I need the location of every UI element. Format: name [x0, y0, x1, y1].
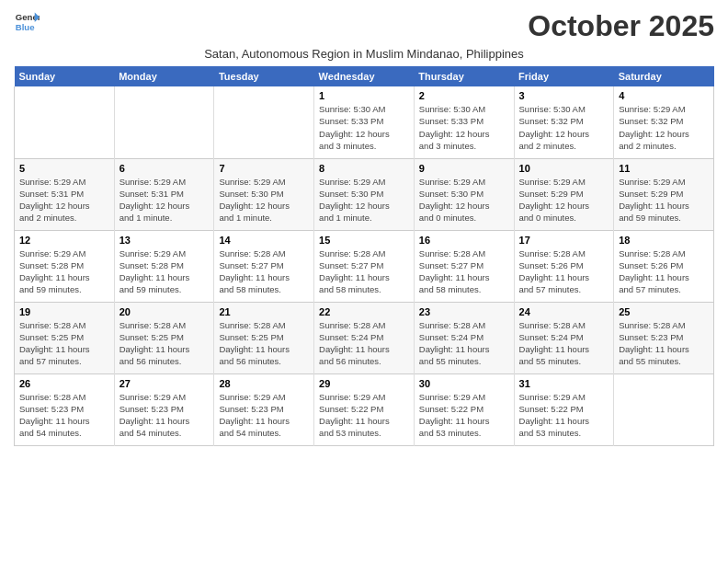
column-header-saturday: Saturday — [614, 66, 714, 86]
day-info: Sunrise: 5:28 AM Sunset: 5:25 PM Dayligh… — [19, 319, 109, 368]
day-number: 1 — [319, 90, 409, 101]
svg-text:Blue: Blue — [16, 22, 35, 32]
day-number: 6 — [119, 163, 210, 174]
calendar-cell: 5Sunrise: 5:29 AM Sunset: 5:31 PM Daylig… — [15, 158, 115, 230]
calendar-cell: 2Sunrise: 5:30 AM Sunset: 5:33 PM Daylig… — [414, 86, 514, 158]
month-title: October 2025 — [528, 9, 714, 43]
calendar-cell — [214, 86, 314, 158]
calendar-cell: 21Sunrise: 5:28 AM Sunset: 5:25 PM Dayli… — [214, 302, 314, 373]
day-number: 22 — [319, 306, 409, 317]
day-number: 12 — [19, 235, 109, 246]
calendar-cell: 29Sunrise: 5:29 AM Sunset: 5:22 PM Dayli… — [314, 373, 415, 445]
day-info: Sunrise: 5:29 AM Sunset: 5:28 PM Dayligh… — [19, 247, 109, 296]
calendar-cell: 11Sunrise: 5:29 AM Sunset: 5:29 PM Dayli… — [614, 158, 714, 230]
calendar-cell: 18Sunrise: 5:28 AM Sunset: 5:26 PM Dayli… — [614, 230, 714, 302]
column-header-friday: Friday — [514, 66, 614, 86]
day-number: 28 — [219, 378, 309, 389]
day-info: Sunrise: 5:29 AM Sunset: 5:22 PM Dayligh… — [319, 391, 409, 440]
day-number: 10 — [519, 163, 609, 174]
day-number: 23 — [419, 306, 509, 317]
week-row: 1Sunrise: 5:30 AM Sunset: 5:33 PM Daylig… — [15, 86, 714, 158]
day-info: Sunrise: 5:29 AM Sunset: 5:30 PM Dayligh… — [319, 176, 409, 224]
day-info: Sunrise: 5:29 AM Sunset: 5:23 PM Dayligh… — [119, 391, 210, 440]
day-number: 25 — [619, 306, 709, 317]
day-info: Sunrise: 5:28 AM Sunset: 5:27 PM Dayligh… — [319, 247, 409, 296]
calendar-cell — [614, 373, 714, 445]
day-number: 7 — [219, 163, 309, 174]
column-header-thursday: Thursday — [414, 66, 514, 86]
calendar-cell: 27Sunrise: 5:29 AM Sunset: 5:23 PM Dayli… — [114, 373, 214, 445]
header: General Blue October 2025 — [14, 9, 714, 43]
calendar-table: SundayMondayTuesdayWednesdayThursdayFrid… — [14, 66, 714, 446]
day-info: Sunrise: 5:28 AM Sunset: 5:23 PM Dayligh… — [19, 391, 109, 440]
calendar-cell: 14Sunrise: 5:28 AM Sunset: 5:27 PM Dayli… — [214, 230, 314, 302]
calendar-cell: 25Sunrise: 5:28 AM Sunset: 5:23 PM Dayli… — [614, 302, 714, 373]
header-row: SundayMondayTuesdayWednesdayThursdayFrid… — [15, 66, 714, 86]
day-info: Sunrise: 5:29 AM Sunset: 5:31 PM Dayligh… — [119, 176, 210, 224]
calendar-cell: 12Sunrise: 5:29 AM Sunset: 5:28 PM Dayli… — [15, 230, 115, 302]
day-number: 2 — [419, 90, 509, 101]
calendar-cell: 1Sunrise: 5:30 AM Sunset: 5:33 PM Daylig… — [314, 86, 415, 158]
calendar-cell — [114, 86, 214, 158]
day-number: 24 — [519, 306, 609, 317]
day-info: Sunrise: 5:29 AM Sunset: 5:28 PM Dayligh… — [119, 247, 210, 296]
day-info: Sunrise: 5:30 AM Sunset: 5:32 PM Dayligh… — [519, 103, 609, 152]
calendar-cell: 4Sunrise: 5:29 AM Sunset: 5:32 PM Daylig… — [614, 86, 714, 158]
day-number: 17 — [519, 235, 609, 246]
day-number: 11 — [619, 163, 709, 174]
day-info: Sunrise: 5:28 AM Sunset: 5:25 PM Dayligh… — [219, 319, 309, 368]
day-number: 26 — [19, 378, 109, 389]
column-header-wednesday: Wednesday — [314, 66, 415, 86]
day-number: 5 — [19, 163, 109, 174]
calendar-cell: 8Sunrise: 5:29 AM Sunset: 5:30 PM Daylig… — [314, 158, 415, 230]
day-info: Sunrise: 5:29 AM Sunset: 5:30 PM Dayligh… — [419, 176, 509, 224]
column-header-monday: Monday — [114, 66, 214, 86]
day-info: Sunrise: 5:29 AM Sunset: 5:29 PM Dayligh… — [619, 176, 709, 224]
day-number: 3 — [519, 90, 609, 101]
calendar-cell: 22Sunrise: 5:28 AM Sunset: 5:24 PM Dayli… — [314, 302, 415, 373]
day-info: Sunrise: 5:28 AM Sunset: 5:23 PM Dayligh… — [619, 319, 709, 368]
day-number: 18 — [619, 235, 709, 246]
column-header-sunday: Sunday — [15, 66, 115, 86]
calendar-cell: 15Sunrise: 5:28 AM Sunset: 5:27 PM Dayli… — [314, 230, 415, 302]
logo: General Blue — [14, 9, 40, 35]
day-info: Sunrise: 5:29 AM Sunset: 5:30 PM Dayligh… — [219, 176, 309, 224]
page: General Blue October 2025 Satan, Autonom… — [0, 0, 728, 455]
day-info: Sunrise: 5:28 AM Sunset: 5:25 PM Dayligh… — [119, 319, 210, 368]
calendar-cell: 20Sunrise: 5:28 AM Sunset: 5:25 PM Dayli… — [114, 302, 214, 373]
day-info: Sunrise: 5:28 AM Sunset: 5:24 PM Dayligh… — [419, 319, 509, 368]
day-info: Sunrise: 5:28 AM Sunset: 5:24 PM Dayligh… — [519, 319, 609, 368]
calendar-cell: 7Sunrise: 5:29 AM Sunset: 5:30 PM Daylig… — [214, 158, 314, 230]
day-info: Sunrise: 5:30 AM Sunset: 5:33 PM Dayligh… — [419, 103, 509, 152]
day-info: Sunrise: 5:28 AM Sunset: 5:26 PM Dayligh… — [519, 247, 609, 296]
day-number: 31 — [519, 378, 609, 389]
day-info: Sunrise: 5:29 AM Sunset: 5:23 PM Dayligh… — [219, 391, 309, 440]
week-row: 26Sunrise: 5:28 AM Sunset: 5:23 PM Dayli… — [15, 373, 714, 445]
day-info: Sunrise: 5:28 AM Sunset: 5:27 PM Dayligh… — [219, 247, 309, 296]
calendar-cell: 28Sunrise: 5:29 AM Sunset: 5:23 PM Dayli… — [214, 373, 314, 445]
calendar-cell: 19Sunrise: 5:28 AM Sunset: 5:25 PM Dayli… — [15, 302, 115, 373]
column-header-tuesday: Tuesday — [214, 66, 314, 86]
calendar-cell: 31Sunrise: 5:29 AM Sunset: 5:22 PM Dayli… — [514, 373, 614, 445]
calendar-cell: 23Sunrise: 5:28 AM Sunset: 5:24 PM Dayli… — [414, 302, 514, 373]
week-row: 12Sunrise: 5:29 AM Sunset: 5:28 PM Dayli… — [15, 230, 714, 302]
day-info: Sunrise: 5:28 AM Sunset: 5:26 PM Dayligh… — [619, 247, 709, 296]
week-row: 19Sunrise: 5:28 AM Sunset: 5:25 PM Dayli… — [15, 302, 714, 373]
calendar-cell: 3Sunrise: 5:30 AM Sunset: 5:32 PM Daylig… — [514, 86, 614, 158]
day-info: Sunrise: 5:29 AM Sunset: 5:32 PM Dayligh… — [619, 103, 709, 152]
day-number: 29 — [319, 378, 409, 389]
day-number: 27 — [119, 378, 210, 389]
calendar-cell: 9Sunrise: 5:29 AM Sunset: 5:30 PM Daylig… — [414, 158, 514, 230]
day-number: 14 — [219, 235, 309, 246]
day-number: 30 — [419, 378, 509, 389]
calendar-cell: 17Sunrise: 5:28 AM Sunset: 5:26 PM Dayli… — [514, 230, 614, 302]
day-number: 9 — [419, 163, 509, 174]
day-number: 15 — [319, 235, 409, 246]
calendar-cell: 10Sunrise: 5:29 AM Sunset: 5:29 PM Dayli… — [514, 158, 614, 230]
day-info: Sunrise: 5:30 AM Sunset: 5:33 PM Dayligh… — [319, 103, 409, 152]
calendar-cell: 26Sunrise: 5:28 AM Sunset: 5:23 PM Dayli… — [15, 373, 115, 445]
day-number: 20 — [119, 306, 210, 317]
calendar-cell — [15, 86, 115, 158]
day-info: Sunrise: 5:29 AM Sunset: 5:22 PM Dayligh… — [419, 391, 509, 440]
day-info: Sunrise: 5:28 AM Sunset: 5:27 PM Dayligh… — [419, 247, 509, 296]
